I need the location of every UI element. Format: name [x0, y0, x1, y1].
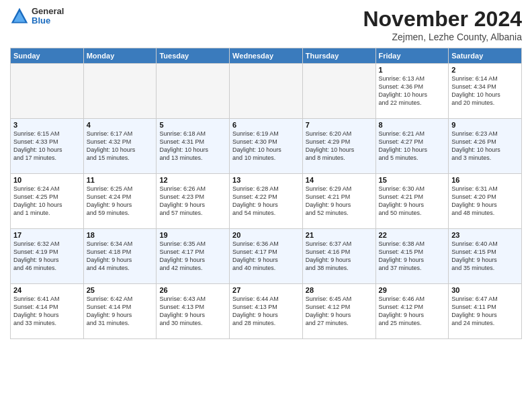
calendar-day: 19Sunrise: 6:35 AM Sunset: 4:17 PM Dayli…: [157, 229, 230, 284]
calendar-table: SundayMondayTuesdayWednesdayThursdayFrid…: [10, 48, 522, 339]
calendar-day: [230, 64, 303, 119]
col-header-sunday: Sunday: [11, 48, 84, 64]
day-number: 30: [451, 286, 519, 294]
calendar-day: 28Sunrise: 6:45 AM Sunset: 4:12 PM Dayli…: [302, 284, 375, 339]
day-number: 5: [159, 121, 226, 129]
calendar-day: 30Sunrise: 6:47 AM Sunset: 4:11 PM Dayli…: [449, 284, 522, 339]
calendar-day: [11, 64, 84, 119]
calendar-week-row: 17Sunrise: 6:32 AM Sunset: 4:19 PM Dayli…: [11, 229, 522, 284]
day-info: Sunrise: 6:25 AM Sunset: 4:24 PM Dayligh…: [87, 185, 154, 218]
day-number: 1: [379, 66, 446, 74]
day-number: 19: [159, 231, 226, 239]
day-info: Sunrise: 6:13 AM Sunset: 4:36 PM Dayligh…: [379, 75, 446, 107]
calendar-day: 21Sunrise: 6:37 AM Sunset: 4:16 PM Dayli…: [302, 229, 375, 284]
calendar-day: 14Sunrise: 6:29 AM Sunset: 4:21 PM Dayli…: [302, 174, 375, 229]
day-info: Sunrise: 6:20 AM Sunset: 4:29 PM Dayligh…: [306, 130, 373, 163]
header: General Blue November 2024 Zejmen, Lezhe…: [10, 7, 522, 42]
logo-text: General Blue: [32, 7, 64, 26]
calendar-day: 16Sunrise: 6:31 AM Sunset: 4:20 PM Dayli…: [449, 174, 522, 229]
day-info: Sunrise: 6:46 AM Sunset: 4:12 PM Dayligh…: [379, 295, 446, 328]
calendar-day: 20Sunrise: 6:36 AM Sunset: 4:17 PM Dayli…: [230, 229, 303, 284]
logo-blue: Blue: [32, 16, 64, 26]
day-info: Sunrise: 6:28 AM Sunset: 4:22 PM Dayligh…: [232, 185, 300, 218]
day-number: 24: [13, 286, 81, 294]
day-number: 21: [306, 231, 373, 239]
calendar-day: [157, 64, 230, 119]
day-info: Sunrise: 6:32 AM Sunset: 4:19 PM Dayligh…: [13, 240, 81, 273]
col-header-wednesday: Wednesday: [230, 48, 303, 64]
day-number: 26: [159, 286, 226, 294]
calendar-day: 23Sunrise: 6:40 AM Sunset: 4:15 PM Dayli…: [449, 229, 522, 284]
calendar-day: 27Sunrise: 6:44 AM Sunset: 4:13 PM Dayli…: [230, 284, 303, 339]
day-info: Sunrise: 6:14 AM Sunset: 4:34 PM Dayligh…: [451, 75, 519, 107]
day-info: Sunrise: 6:37 AM Sunset: 4:16 PM Dayligh…: [306, 240, 373, 273]
calendar-day: 17Sunrise: 6:32 AM Sunset: 4:19 PM Dayli…: [11, 229, 84, 284]
day-number: 25: [87, 286, 154, 294]
day-info: Sunrise: 6:21 AM Sunset: 4:27 PM Dayligh…: [379, 130, 446, 163]
location-subtitle: Zejmen, Lezhe County, Albania: [363, 32, 522, 42]
day-info: Sunrise: 6:15 AM Sunset: 4:33 PM Dayligh…: [13, 130, 81, 163]
calendar-day: 26Sunrise: 6:43 AM Sunset: 4:13 PM Dayli…: [157, 284, 230, 339]
col-header-saturday: Saturday: [449, 48, 522, 64]
day-number: 23: [451, 231, 519, 239]
col-header-friday: Friday: [375, 48, 449, 64]
day-info: Sunrise: 6:31 AM Sunset: 4:20 PM Dayligh…: [451, 185, 519, 218]
logo-general: General: [32, 7, 64, 16]
day-info: Sunrise: 6:41 AM Sunset: 4:14 PM Dayligh…: [13, 295, 81, 328]
day-number: 17: [13, 231, 81, 239]
calendar-header-row: SundayMondayTuesdayWednesdayThursdayFrid…: [11, 48, 522, 64]
calendar-day: 12Sunrise: 6:26 AM Sunset: 4:23 PM Dayli…: [157, 174, 230, 229]
page-container: General Blue November 2024 Zejmen, Lezhe…: [0, 0, 532, 342]
title-block: November 2024 Zejmen, Lezhe County, Alba…: [363, 7, 522, 42]
logo: General Blue: [10, 7, 64, 26]
logo-icon: [10, 7, 29, 26]
day-info: Sunrise: 6:17 AM Sunset: 4:32 PM Dayligh…: [87, 130, 154, 163]
day-info: Sunrise: 6:26 AM Sunset: 4:23 PM Dayligh…: [159, 185, 226, 218]
calendar-day: 8Sunrise: 6:21 AM Sunset: 4:27 PM Daylig…: [375, 119, 449, 174]
calendar-day: 3Sunrise: 6:15 AM Sunset: 4:33 PM Daylig…: [11, 119, 84, 174]
calendar-day: [302, 64, 375, 119]
day-info: Sunrise: 6:24 AM Sunset: 4:25 PM Dayligh…: [13, 185, 81, 218]
month-title: November 2024: [363, 7, 522, 32]
calendar-day: 2Sunrise: 6:14 AM Sunset: 4:34 PM Daylig…: [449, 64, 522, 119]
day-info: Sunrise: 6:36 AM Sunset: 4:17 PM Dayligh…: [232, 240, 300, 273]
day-number: 15: [379, 176, 446, 184]
day-number: 6: [232, 121, 300, 129]
calendar-week-row: 3Sunrise: 6:15 AM Sunset: 4:33 PM Daylig…: [11, 119, 522, 174]
day-info: Sunrise: 6:35 AM Sunset: 4:17 PM Dayligh…: [159, 240, 226, 273]
calendar-day: 18Sunrise: 6:34 AM Sunset: 4:18 PM Dayli…: [83, 229, 157, 284]
calendar-day: 13Sunrise: 6:28 AM Sunset: 4:22 PM Dayli…: [230, 174, 303, 229]
day-info: Sunrise: 6:43 AM Sunset: 4:13 PM Dayligh…: [159, 295, 226, 328]
calendar-day: 4Sunrise: 6:17 AM Sunset: 4:32 PM Daylig…: [83, 119, 157, 174]
day-number: 13: [232, 176, 300, 184]
day-info: Sunrise: 6:47 AM Sunset: 4:11 PM Dayligh…: [451, 295, 519, 328]
calendar-day: 1Sunrise: 6:13 AM Sunset: 4:36 PM Daylig…: [375, 64, 449, 119]
day-number: 8: [379, 121, 446, 129]
calendar-day: [83, 64, 157, 119]
day-info: Sunrise: 6:18 AM Sunset: 4:31 PM Dayligh…: [159, 130, 226, 163]
calendar-day: 22Sunrise: 6:38 AM Sunset: 4:15 PM Dayli…: [375, 229, 449, 284]
calendar-day: 10Sunrise: 6:24 AM Sunset: 4:25 PM Dayli…: [11, 174, 84, 229]
day-number: 29: [379, 286, 446, 294]
day-number: 18: [87, 231, 154, 239]
day-number: 2: [451, 66, 519, 74]
day-number: 9: [451, 121, 519, 129]
day-number: 27: [232, 286, 300, 294]
day-info: Sunrise: 6:29 AM Sunset: 4:21 PM Dayligh…: [306, 185, 373, 218]
calendar-week-row: 1Sunrise: 6:13 AM Sunset: 4:36 PM Daylig…: [11, 64, 522, 119]
day-info: Sunrise: 6:45 AM Sunset: 4:12 PM Dayligh…: [306, 295, 373, 328]
calendar-day: 15Sunrise: 6:30 AM Sunset: 4:21 PM Dayli…: [375, 174, 449, 229]
calendar-day: 7Sunrise: 6:20 AM Sunset: 4:29 PM Daylig…: [302, 119, 375, 174]
day-number: 11: [87, 176, 154, 184]
calendar-day: 25Sunrise: 6:42 AM Sunset: 4:14 PM Dayli…: [83, 284, 157, 339]
col-header-monday: Monday: [83, 48, 157, 64]
day-number: 10: [13, 176, 81, 184]
day-number: 16: [451, 176, 519, 184]
calendar-week-row: 10Sunrise: 6:24 AM Sunset: 4:25 PM Dayli…: [11, 174, 522, 229]
day-number: 12: [159, 176, 226, 184]
day-info: Sunrise: 6:40 AM Sunset: 4:15 PM Dayligh…: [451, 240, 519, 273]
calendar-day: 9Sunrise: 6:23 AM Sunset: 4:26 PM Daylig…: [449, 119, 522, 174]
day-info: Sunrise: 6:34 AM Sunset: 4:18 PM Dayligh…: [87, 240, 154, 273]
calendar-week-row: 24Sunrise: 6:41 AM Sunset: 4:14 PM Dayli…: [11, 284, 522, 339]
col-header-thursday: Thursday: [302, 48, 375, 64]
